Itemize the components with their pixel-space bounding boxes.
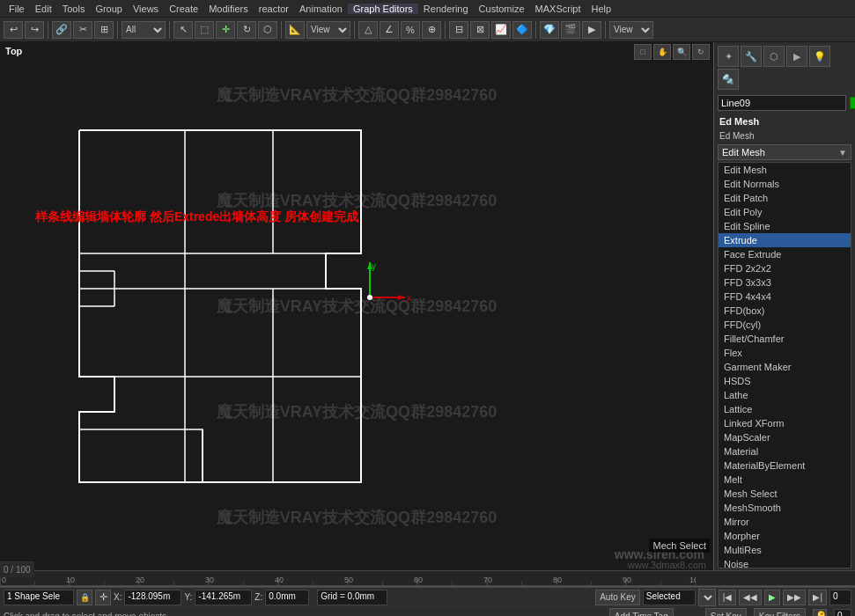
next-key-button[interactable]: ▶▶	[783, 590, 806, 605]
modifier-item-21[interactable]: MaterialByElement	[719, 458, 851, 473]
modifier-item-19[interactable]: MapScaler	[719, 430, 851, 444]
undo-button[interactable]: ↩	[4, 21, 23, 39]
spinner-snap-button[interactable]: ⊕	[422, 21, 441, 39]
menu-help[interactable]: Help	[586, 4, 617, 14]
align-button[interactable]: ⊠	[470, 21, 490, 39]
modifier-item-0[interactable]: Edit Mesh	[719, 163, 851, 177]
menu-reactor[interactable]: reactor	[254, 4, 294, 14]
modifier-item-14[interactable]: Garment Maker	[719, 360, 851, 374]
modifier-item-26[interactable]: Morpher	[719, 529, 851, 543]
unlink-button[interactable]: ✂	[73, 21, 92, 39]
modifier-item-17[interactable]: Lattice	[719, 402, 851, 416]
menu-tools[interactable]: Tools	[57, 4, 91, 14]
menu-views[interactable]: Views	[128, 4, 164, 14]
add-time-tag-button[interactable]: Add Time Tag	[609, 608, 674, 617]
svg-text:y: y	[372, 261, 376, 271]
modifier-item-9[interactable]: FFD 4x4x4	[719, 290, 851, 304]
render-setup-button[interactable]: 🎬	[561, 21, 580, 39]
menu-create[interactable]: Create	[164, 4, 203, 14]
mirror-button[interactable]: ⊟	[449, 21, 468, 39]
auto-key-button[interactable]: Auto Key	[595, 590, 640, 605]
curve-editor-button[interactable]: 📈	[491, 21, 511, 39]
select-link-button[interactable]: 🔗	[52, 21, 71, 39]
modifier-item-20[interactable]: Material	[719, 444, 851, 458]
move-button[interactable]: ✛	[216, 21, 235, 39]
modifier-item-4[interactable]: Edit Spline	[719, 219, 851, 233]
menu-edit[interactable]: Edit	[30, 4, 57, 14]
percent-snap-button[interactable]: %	[401, 21, 420, 39]
view-dropdown[interactable]: View	[306, 21, 350, 39]
scale-button[interactable]: ⬡	[258, 21, 277, 39]
modifier-item-28[interactable]: Noise	[719, 557, 851, 568]
modifier-item-18[interactable]: Linked XForm	[719, 416, 851, 430]
modifier-list[interactable]: Edit MeshEdit NormalsEdit PatchEdit Poly…	[718, 162, 851, 568]
modifier-item-15[interactable]: HSDS	[719, 374, 851, 388]
modifier-item-10[interactable]: FFD(box)	[719, 304, 851, 318]
menu-file[interactable]: File	[4, 4, 30, 14]
color-swatch[interactable]	[850, 97, 855, 109]
vp-zoom-button[interactable]: 🔍	[673, 44, 690, 60]
modifier-item-3[interactable]: Edit Poly	[719, 205, 851, 219]
snap-toggle-button[interactable]: △	[358, 21, 378, 39]
select-filter-dropdown[interactable]: All	[122, 21, 166, 39]
menu-maxscript[interactable]: MAXScript	[530, 4, 586, 14]
modifier-item-7[interactable]: FFD 2x2x2	[719, 261, 851, 275]
rp-motion-button[interactable]: ▶	[786, 46, 807, 67]
prev-key-button[interactable]: ◀◀	[739, 590, 762, 605]
menu-animation[interactable]: Animation	[294, 4, 348, 14]
modifier-item-12[interactable]: Fillet/Chamfer	[719, 332, 851, 346]
key-filters-button[interactable]: Key Filters	[754, 608, 806, 617]
bind-space-button[interactable]: ⊞	[94, 21, 114, 39]
modifier-item-6[interactable]: Face Extrude	[719, 247, 851, 261]
key-mode-dropdown[interactable]: ▼	[698, 589, 716, 606]
lock-icon[interactable]: 🔒	[77, 590, 92, 605]
redo-button[interactable]: ↪	[25, 21, 44, 39]
select-region-button[interactable]: ⬚	[195, 21, 214, 39]
menu-customize[interactable]: Customize	[474, 4, 530, 14]
absolute-mode-button[interactable]: ✛	[95, 590, 111, 605]
play-button[interactable]: ▶	[764, 590, 780, 605]
modifier-item-1[interactable]: Edit Normals	[719, 177, 851, 191]
rp-create-button[interactable]: ✦	[718, 46, 739, 67]
modifier-item-22[interactable]: Melt	[719, 473, 851, 487]
modifier-item-8[interactable]: FFD 3x3x3	[719, 275, 851, 290]
modifier-item-5[interactable]: Extrude	[719, 233, 851, 247]
modifier-item-13[interactable]: Flex	[719, 346, 851, 360]
current-frame[interactable]: 0	[829, 590, 851, 605]
next-frame-button[interactable]: ▶|	[808, 590, 827, 605]
select-object-button[interactable]: ↖	[173, 21, 193, 39]
modifier-list-label[interactable]: Edit Mesh ▼	[718, 144, 851, 160]
view-dropdown2[interactable]: View	[609, 21, 653, 39]
render-button[interactable]: ▶	[582, 21, 601, 39]
modifier-item-23[interactable]: Mesh Select	[719, 487, 851, 501]
rp-hierarchy-button[interactable]: ⬡	[763, 46, 785, 67]
key-icon[interactable]: 🔑	[813, 609, 827, 617]
modifier-item-27[interactable]: MultiRes	[719, 543, 851, 557]
modifier-item-25[interactable]: Mirror	[719, 515, 851, 529]
timeline-ruler: 0 10 20 30 40 50 60 70 80 90 100	[0, 570, 855, 586]
set-key-button[interactable]: Set Key	[705, 608, 747, 617]
rotate-button[interactable]: ↻	[237, 21, 256, 39]
rp-utilities-button[interactable]: 🔩	[718, 69, 739, 90]
vp-maximize-button[interactable]: □	[634, 44, 652, 60]
rp-display-button[interactable]: 💡	[809, 46, 830, 67]
menu-modifiers[interactable]: Modifiers	[203, 4, 254, 14]
rp-modify-button[interactable]: 🔧	[741, 46, 762, 67]
modifier-item-24[interactable]: MeshSmooth	[719, 501, 851, 515]
vp-rotate-button[interactable]: ↻	[692, 44, 710, 60]
menu-rendering[interactable]: Rendering	[418, 4, 474, 14]
schematic-button[interactable]: 🔷	[512, 21, 532, 39]
reference-coord-button[interactable]: 📐	[285, 21, 305, 39]
viewport[interactable]: Top 魔天制造VRAY技术交流QQ群29842760 魔天制造VRAY技术交流…	[0, 42, 714, 570]
object-name-input[interactable]	[718, 95, 846, 111]
angle-snap-button[interactable]: ∠	[380, 21, 399, 39]
modifier-item-16[interactable]: Lathe	[719, 388, 851, 402]
modifier-item-11[interactable]: FFD(cyl)	[719, 318, 851, 332]
material-editor-button[interactable]: 💎	[540, 21, 559, 39]
y-label: Y:	[184, 592, 192, 602]
modifier-item-2[interactable]: Edit Patch	[719, 191, 851, 205]
menu-graph-editors[interactable]: Graph Editors	[348, 4, 418, 14]
menu-group[interactable]: Group	[90, 4, 128, 14]
vp-pan-button[interactable]: ✋	[653, 44, 671, 60]
prev-frame-button[interactable]: |◀	[719, 590, 737, 605]
